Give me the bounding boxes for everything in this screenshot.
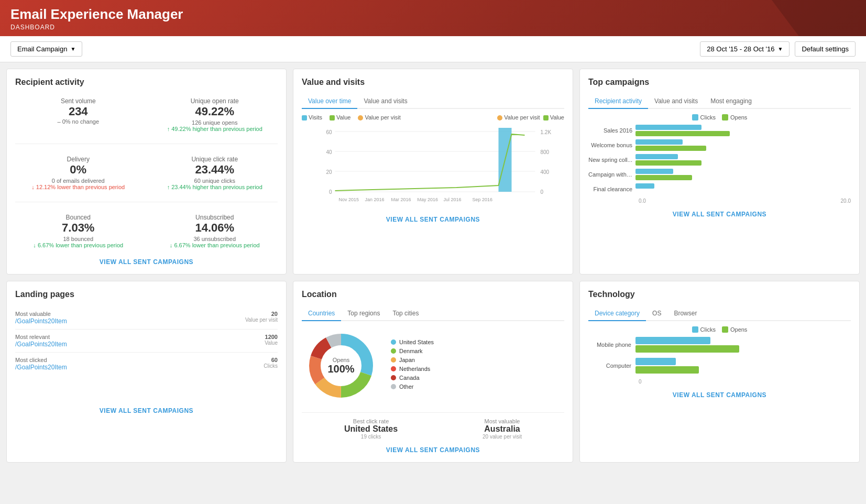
chevron-down-icon: ▼ — [777, 46, 783, 52]
date-range-dropdown[interactable]: 28 Oct '15 - 28 Oct '16 ▼ — [700, 41, 790, 57]
country-dot — [391, 357, 396, 363]
lp-unit: Value — [265, 340, 278, 346]
tab-os[interactable]: OS — [646, 306, 667, 321]
location-view-all-link[interactable]: VIEW ALL SENT CAMPAIGNS — [386, 446, 480, 454]
unique-open-value: 49.22% — [152, 105, 278, 118]
tab-recipient-activity[interactable]: Recipient activity — [588, 94, 648, 109]
tech-clicks-bar — [635, 358, 676, 365]
landing-pages-title: Landing pages — [15, 290, 278, 299]
tab-top-regions[interactable]: Top regions — [341, 306, 386, 321]
tab-device-category[interactable]: Device category — [588, 306, 646, 321]
technology-title: Technology — [588, 290, 851, 299]
value-visits-view-all[interactable]: VIEW ALL SENT CAMPAIGNS — [302, 215, 564, 223]
location-card: Location Countries Top regions Top citie… — [293, 281, 573, 463]
svg-text:40: 40 — [326, 149, 332, 155]
tab-countries[interactable]: Countries — [302, 306, 341, 321]
country-name: Denmark — [399, 348, 423, 354]
lp-link[interactable]: /GoalPoints20Item — [15, 341, 67, 348]
clicks-bar — [635, 169, 673, 174]
bounced-value: 7.03% — [15, 221, 141, 235]
campaign-dropdown[interactable]: Email Campaign ▼ — [10, 41, 82, 57]
svg-text:1.2K: 1.2K — [541, 129, 552, 135]
lp-link[interactable]: /GoalPoints20Item — [15, 317, 67, 325]
location-view-all[interactable]: VIEW ALL SENT CAMPAIGNS — [302, 446, 564, 454]
landing-page-row: Most clicked /GoalPoints20Item 60 Clicks — [15, 353, 278, 375]
country-dot — [391, 384, 396, 389]
recipient-view-all[interactable]: VIEW ALL SENT CAMPAIGNS — [15, 258, 278, 266]
unique-click-stat: Unique click rate 23.44% 60 unique click… — [152, 152, 278, 193]
landing-pages-view-all-link[interactable]: VIEW ALL SENT CAMPAIGNS — [100, 407, 193, 414]
clicks-bar — [635, 125, 701, 130]
unsub-label: Unsubscribed — [152, 214, 278, 221]
value-visits-view-all-link[interactable]: VIEW ALL SENT CAMPAIGNS — [386, 216, 480, 223]
technology-view-all[interactable]: VIEW ALL SENT CAMPAIGNS — [588, 391, 851, 399]
campaign-bar-row: Welcome bonus — [588, 139, 851, 151]
lp-value: 60 Clicks — [264, 357, 278, 369]
country-dot — [391, 348, 396, 354]
campaign-bars — [635, 139, 851, 151]
most-valuable-stat: Most valuable Australia 20 value per vis… — [483, 418, 522, 440]
top-campaigns-legend: Clicks Opens — [588, 114, 851, 120]
tech-clicks-swatch — [692, 326, 698, 333]
sent-volume-label: Sent volume — [15, 97, 141, 105]
most-valuable-sub: 20 value per visit — [483, 434, 522, 440]
tech-device-row: Mobile phone — [588, 337, 851, 353]
campaign-dropdown-label: Email Campaign — [17, 45, 67, 53]
clicks-bar — [635, 139, 683, 145]
lp-link[interactable]: /GoalPoints20Item — [15, 364, 67, 371]
campaign-bars — [635, 125, 851, 136]
landing-pages-view-all[interactable]: VIEW ALL SENT CAMPAIGNS — [15, 407, 278, 414]
svg-text:0: 0 — [541, 189, 544, 195]
tech-device-name: Computer — [588, 363, 635, 369]
tab-most-engaging[interactable]: Most engaging — [704, 94, 758, 109]
country-name: Canada — [399, 375, 420, 381]
axis-min: 0.0 — [639, 198, 646, 204]
settings-button[interactable]: Default settings — [795, 41, 856, 57]
tab-value-and-visits-tc[interactable]: Value and visits — [648, 94, 704, 109]
tab-top-cities[interactable]: Top cities — [386, 306, 425, 321]
delivery-stat: Delivery 0% 0 of emails delivered ↓ 12.1… — [15, 152, 141, 193]
tech-axis-zero: 0 — [639, 379, 642, 385]
lp-label: Most valuable — [15, 311, 67, 317]
donut-label: Opens — [327, 357, 354, 363]
opens-legend-label: Opens — [730, 114, 747, 120]
opens-color-swatch — [722, 114, 728, 120]
top-campaigns-tabs: Recipient activity Value and visits Most… — [588, 94, 851, 109]
tab-value-over-time[interactable]: Value over time — [302, 94, 357, 109]
svg-text:400: 400 — [541, 169, 550, 175]
technology-card: Technology Device category OS Browser Cl… — [579, 281, 860, 463]
sent-volume-stat: Sent volume 234 – 0% no change — [15, 94, 141, 135]
country-legend-item: Japan — [391, 357, 434, 363]
svg-text:Jul 2016: Jul 2016 — [444, 197, 462, 202]
recipient-view-all-link[interactable]: VIEW ALL SENT CAMPAIGNS — [100, 258, 193, 266]
top-campaigns-view-all-link[interactable]: VIEW ALL SENT CAMPAIGNS — [673, 211, 766, 218]
lp-num: 1200 — [265, 334, 278, 340]
svg-text:Jan 2016: Jan 2016 — [365, 197, 385, 202]
campaign-bar-row: Final clearance — [588, 183, 851, 195]
country-legend-item: Other — [391, 384, 434, 390]
tab-value-and-visits[interactable]: Value and visits — [357, 94, 413, 109]
tech-bar-group — [635, 337, 739, 353]
location-bottom: Best click rate United States 19 clicks … — [302, 412, 564, 440]
country-legend-item: Netherlands — [391, 366, 434, 372]
tech-axis: 0 — [588, 379, 851, 385]
landing-pages-card: Landing pages Most valuable /GoalPoints2… — [6, 281, 287, 463]
country-name: Netherlands — [399, 366, 430, 372]
most-valuable-label: Most valuable — [483, 418, 522, 424]
technology-view-all-link[interactable]: VIEW ALL SENT CAMPAIGNS — [673, 391, 766, 399]
unsub-stat: Unsubscribed 14.06% 36 unsubscribed ↓ 6.… — [152, 211, 278, 251]
location-tabs: Countries Top regions Top cities — [302, 306, 564, 321]
legend-value: Value — [330, 114, 350, 120]
lp-value: 1200 Value — [265, 334, 278, 346]
location-title: Location — [302, 290, 564, 299]
svg-text:60: 60 — [326, 129, 332, 135]
bar-axis: 0.0 20.0 — [588, 198, 851, 204]
top-campaigns-view-all[interactable]: VIEW ALL SENT CAMPAIGNS — [588, 210, 851, 218]
tech-opens-swatch — [722, 326, 728, 333]
header: Email Experience Manager DASHBOARD — [0, 0, 866, 36]
tab-browser[interactable]: Browser — [667, 306, 703, 321]
location-body: Opens 100% United States Denmark Japan N… — [302, 326, 564, 405]
unique-open-change: ↑ 49.22% higher than previous period — [152, 126, 278, 132]
date-range-label: 28 Oct '15 - 28 Oct '16 — [707, 45, 774, 53]
axis-max: 20.0 — [841, 198, 851, 204]
